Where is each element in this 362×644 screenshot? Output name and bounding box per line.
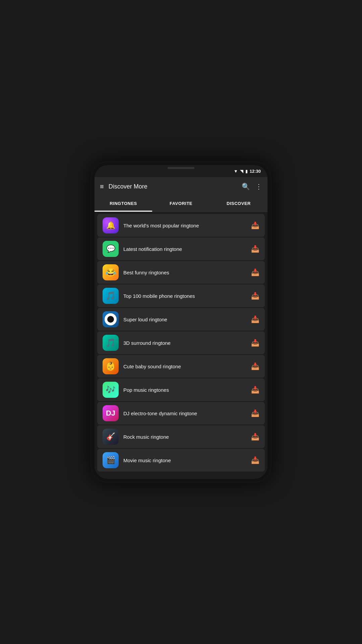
item-icon-6: 🎵 — [103, 335, 119, 351]
download-icon-5[interactable]: 📥 — [251, 315, 259, 323]
notch-pill — [168, 167, 194, 169]
item-icon-8: 🎶 — [103, 382, 119, 398]
item-label-2: Latest notification ringtone — [123, 246, 246, 252]
item-icon-10: 🎸 — [103, 429, 119, 445]
item-label-9: DJ electro-tone dynamic ringtone — [123, 411, 246, 416]
item-icon-2: 💬 — [103, 241, 119, 257]
content-list: 🔔 The world's most popular ringtone 📥 💬 … — [95, 212, 267, 479]
download-icon-9[interactable]: 📥 — [251, 409, 259, 417]
list-item[interactable]: 🎸 Rock music ringtone 📥 — [97, 425, 265, 448]
item-label-3: Best funny ringtones — [123, 270, 246, 275]
item-label-10: Rock music ringtone — [123, 434, 246, 440]
app-bar: ≡ Discover More 🔍 ⋮ — [95, 177, 267, 196]
item-label-7: Cute baby sound ringtone — [123, 364, 246, 369]
list-item[interactable]: 🎬 Movie music ringtone 📥 — [97, 449, 265, 472]
download-icon-7[interactable]: 📥 — [251, 362, 259, 370]
list-item[interactable]: 🎶 Pop music ringtones 📥 — [97, 378, 265, 401]
list-item[interactable]: 😂 Best funny ringtones 📥 — [97, 261, 265, 284]
download-icon-10[interactable]: 📥 — [251, 433, 259, 441]
item-label-5: Super loud ringtone — [123, 317, 246, 322]
item-label-6: 3D surround ringtone — [123, 340, 246, 346]
item-icon-5 — [103, 311, 119, 327]
hamburger-icon[interactable]: ≡ — [100, 183, 104, 191]
item-icon-11: 🎬 — [103, 452, 119, 468]
tab-discover[interactable]: DISCOVER — [210, 196, 267, 212]
status-icons: ▼ ◥ ▮ 12:30 — [234, 169, 261, 174]
signal-icon: ◥ — [240, 169, 243, 174]
item-icon-4: 🎵 — [103, 288, 119, 304]
app-bar-left: ≡ Discover More — [100, 183, 147, 191]
more-icon[interactable]: ⋮ — [255, 182, 262, 191]
item-label-4: Top 100 mobile phone ringtones — [123, 293, 246, 299]
download-icon-8[interactable]: 📥 — [251, 386, 259, 394]
tabs-bar: RINGTONES FAVORITE DISCOVER — [95, 196, 267, 212]
download-icon-1[interactable]: 📥 — [251, 221, 259, 229]
list-item[interactable]: 💬 Latest notification ringtone 📥 — [97, 237, 265, 260]
list-item[interactable]: 🔔 The world's most popular ringtone 📥 — [97, 214, 265, 237]
phone-screen: ▼ ◥ ▮ 12:30 ≡ Discover More 🔍 ⋮ RINGTONE… — [95, 165, 267, 479]
list-item[interactable]: 🎵 Top 100 mobile phone ringtones 📥 — [97, 284, 265, 307]
tab-favorite[interactable]: FAVORITE — [152, 196, 210, 212]
item-label-11: Movie music ringtone — [123, 458, 246, 463]
item-icon-7: 👶 — [103, 358, 119, 374]
download-icon-3[interactable]: 📥 — [251, 268, 259, 276]
download-icon-11[interactable]: 📥 — [251, 456, 259, 464]
status-time: 12:30 — [250, 169, 261, 174]
app-title: Discover More — [109, 183, 147, 190]
item-label-8: Pop music ringtones — [123, 387, 246, 393]
download-icon-4[interactable]: 📥 — [251, 292, 259, 300]
download-icon-6[interactable]: 📥 — [251, 339, 259, 347]
list-item[interactable]: Super loud ringtone 📥 — [97, 308, 265, 331]
list-item[interactable]: DJ DJ electro-tone dynamic ringtone 📥 — [97, 402, 265, 425]
item-icon-1: 🔔 — [103, 217, 119, 233]
list-item[interactable]: 🎵 3D surround ringtone 📥 — [97, 331, 265, 354]
phone-frame: ▼ ◥ ▮ 12:30 ≡ Discover More 🔍 ⋮ RINGTONE… — [90, 161, 272, 483]
item-icon-9: DJ — [103, 405, 119, 421]
item-label-1: The world's most popular ringtone — [123, 223, 246, 228]
download-icon-2[interactable]: 📥 — [251, 245, 259, 253]
wifi-icon: ▼ — [234, 169, 238, 174]
list-item[interactable]: 👶 Cute baby sound ringtone 📥 — [97, 355, 265, 378]
battery-icon: ▮ — [245, 169, 248, 174]
tab-ringtones[interactable]: RINGTONES — [95, 196, 152, 212]
app-bar-right: 🔍 ⋮ — [242, 182, 262, 191]
search-icon[interactable]: 🔍 — [242, 182, 250, 191]
item-icon-3: 😂 — [103, 264, 119, 280]
